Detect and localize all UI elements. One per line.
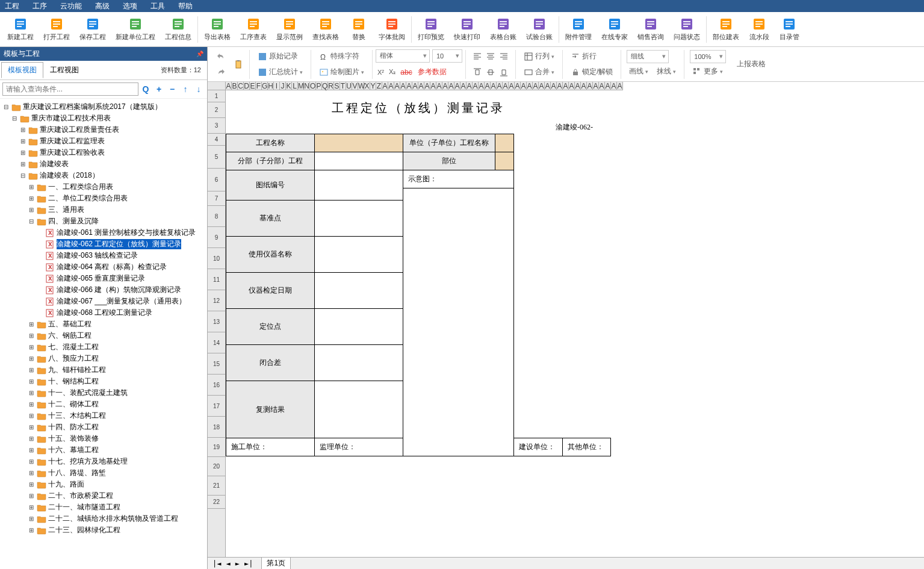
cell-project-name-val[interactable] (314, 134, 403, 152)
cell-datum-val[interactable] (314, 201, 403, 237)
menu-project[interactable]: 工程 (5, 1, 19, 11)
attachment-button[interactable]: 附件管理 (560, 14, 597, 44)
cell-calib-date-val[interactable] (314, 273, 403, 309)
summary-button[interactable]: 汇总统计▾ (255, 65, 305, 79)
search-icon[interactable]: Q (140, 83, 152, 95)
down-icon[interactable]: ↓ (193, 83, 205, 95)
cell-instrument[interactable]: 使用仪器名称 (226, 237, 315, 273)
cell-datum[interactable]: 基准点 (226, 201, 315, 237)
cell-calib-date[interactable]: 仪器检定日期 (226, 273, 315, 309)
row-col-button[interactable]: 行列▾ (521, 49, 557, 64)
tree-c13[interactable]: ⊞十三、木结构工程 (0, 410, 207, 421)
find-table-button[interactable]: 查找表格 (308, 14, 344, 44)
tree-c11[interactable]: ⊞十一、装配式混凝土建筑 (0, 387, 207, 399)
report-button[interactable]: 上报表格 (734, 57, 768, 72)
menu-help[interactable]: 帮助 (178, 1, 193, 11)
cell-closure-val[interactable] (314, 345, 403, 381)
cell-other-unit[interactable]: 其他单位： (562, 438, 610, 456)
tree-n1-2[interactable]: ⊞重庆建设工程监理表 (0, 135, 207, 147)
tree-l68[interactable]: x渝建竣-068 工程竣工测量记录 (0, 307, 207, 319)
tree-n1-1[interactable]: ⊞重庆建设工程质量责任表 (0, 124, 207, 135)
tab-template[interactable]: 模板视图 (1, 62, 43, 78)
open-project-button[interactable]: 打开工程 (39, 14, 75, 44)
show-example-button[interactable]: 显示范例 (271, 14, 308, 44)
tree-c18[interactable]: ⊞十八、路堤、路堑 (0, 467, 207, 479)
tree-l67[interactable]: x渝建竣-067 ___测量复核记录（通用表） (0, 296, 207, 307)
quick-print-button[interactable]: 快速打印 (449, 14, 485, 44)
cell-closure[interactable]: 闭合差 (226, 345, 315, 381)
menu-cloud[interactable]: 云功能 (60, 1, 82, 11)
draw-image-button[interactable]: 绘制图片▾ (317, 65, 367, 79)
cell-section-val[interactable] (314, 152, 403, 170)
tree-c6[interactable]: ⊞六、钢筋工程 (0, 330, 207, 341)
new-project-button[interactable]: 新建工程 (2, 14, 39, 44)
print-preview-button[interactable]: 打印预览 (413, 14, 449, 44)
tree-c22[interactable]: ⊞二十二、城镇给水排水构筑物及管道工程 (0, 513, 207, 524)
tree-n1-4[interactable]: ⊞渝建竣表 (0, 158, 207, 170)
tree-l61[interactable]: x渝建竣-061 测量控制桩移交与接桩复核记录 (0, 227, 207, 238)
tree-c15[interactable]: ⊞十五、装饰装修 (0, 433, 207, 444)
tab-project[interactable]: 工程视图 (43, 62, 85, 78)
tree-c7[interactable]: ⊞七、混凝土工程 (0, 341, 207, 353)
font-approve-button[interactable]: 字体批阅 (374, 14, 410, 44)
subscript-icon[interactable]: X₂ (387, 65, 397, 79)
sheet-content[interactable]: 工程定位（放线）测量记录 渝建竣-062- 工程名称单位（子单位）工程名称 分部… (226, 90, 924, 557)
tree-c9[interactable]: ⊞九、锚杆锚栓工程 (0, 364, 207, 376)
menu-options[interactable]: 选项 (123, 1, 137, 11)
tree-n1-3[interactable]: ⊞重庆建设工程验收表 (0, 147, 207, 158)
cell-position[interactable]: 部位 (403, 152, 495, 170)
add-icon[interactable]: + (153, 83, 165, 95)
menu-process[interactable]: 工序 (33, 1, 47, 11)
test-ledger-button[interactable]: 试验台账 (521, 14, 557, 44)
part-build-button[interactable]: 部位建表 (708, 14, 744, 44)
search-input[interactable] (2, 82, 138, 96)
first-page-icon[interactable]: |◄ (210, 559, 223, 568)
paste-icon[interactable] (232, 57, 246, 72)
fold-button[interactable]: 折行 (568, 49, 615, 64)
tree-c4[interactable]: ⊟四、测量及沉降 (0, 216, 207, 227)
cell-project-name[interactable]: 工程名称 (226, 134, 315, 152)
special-char-button[interactable]: Ω特殊字符 (317, 49, 367, 64)
cell-build-unit[interactable]: 建设单位： (514, 438, 562, 456)
cell-retest[interactable]: 复测结果 (226, 381, 315, 438)
original-record-button[interactable]: 原始记录 (255, 49, 305, 64)
issue-status-button[interactable]: 问题状态 (669, 14, 705, 44)
tree-c5[interactable]: ⊞五、基础工程 (0, 319, 207, 330)
line-style-select[interactable]: 细线 (627, 50, 669, 63)
valign-bot-icon[interactable] (498, 65, 510, 79)
tree-l65[interactable]: x渝建竣-065 垂直度测量记录 (0, 273, 207, 284)
tree-l62[interactable]: x渝建竣-062 工程定位（放线）测量记录 (0, 238, 207, 250)
tree-c23[interactable]: ⊞二十三、园林绿化工程 (0, 524, 207, 536)
tree-c12[interactable]: ⊞十二、砌体工程 (0, 399, 207, 410)
align-left-icon[interactable] (471, 49, 483, 64)
cell-unit-name-val[interactable] (495, 134, 514, 152)
tree-c10[interactable]: ⊞十、钢结构工程 (0, 376, 207, 387)
tree-root[interactable]: ⊟重庆建设工程档案编制系统2017（建筑版） (0, 101, 207, 113)
cell-retest-val[interactable] (314, 381, 513, 438)
strikethrough-icon[interactable]: abc (398, 65, 414, 79)
cell-supervision-unit[interactable]: 监理单位： (314, 438, 403, 456)
cell-fixed-point-val[interactable] (314, 309, 403, 345)
next-page-icon[interactable]: ► (233, 559, 242, 568)
seq-search-button[interactable]: 工序查表 (235, 14, 271, 44)
tree-l64[interactable]: x渝建竣-064 高程（标高）检查记录 (0, 261, 207, 273)
cell-instrument-val[interactable] (314, 237, 403, 273)
menu-advanced[interactable]: 高级 (95, 1, 110, 11)
cell-drawing-no-val[interactable] (314, 170, 403, 201)
tree-c20[interactable]: ⊞二十、市政桥梁工程 (0, 490, 207, 502)
merge-button[interactable]: 合并▾ (521, 65, 557, 79)
cell-position-val[interactable] (495, 152, 514, 170)
save-project-button[interactable]: 保存工程 (75, 14, 111, 44)
tree-c14[interactable]: ⊞十四、防水工程 (0, 421, 207, 433)
valign-top-icon[interactable] (471, 65, 483, 79)
pin-icon[interactable]: 📌 (196, 51, 203, 57)
sales-button[interactable]: 销售咨询 (633, 14, 669, 44)
lock-button[interactable]: 锁定/解锁 (568, 65, 615, 79)
more-button[interactable]: 更多▾ (690, 64, 726, 79)
dir-manage-button[interactable]: 目录管 (774, 14, 804, 44)
erase-line-button[interactable]: 抹线▾ (654, 64, 678, 79)
prev-page-icon[interactable]: ◄ (223, 559, 232, 568)
tree-n1-5[interactable]: ⊟渝建竣表（2018） (0, 170, 207, 181)
pipeline-button[interactable]: 流水段 (744, 14, 774, 44)
cell-fixed-point[interactable]: 定位点 (226, 309, 315, 345)
